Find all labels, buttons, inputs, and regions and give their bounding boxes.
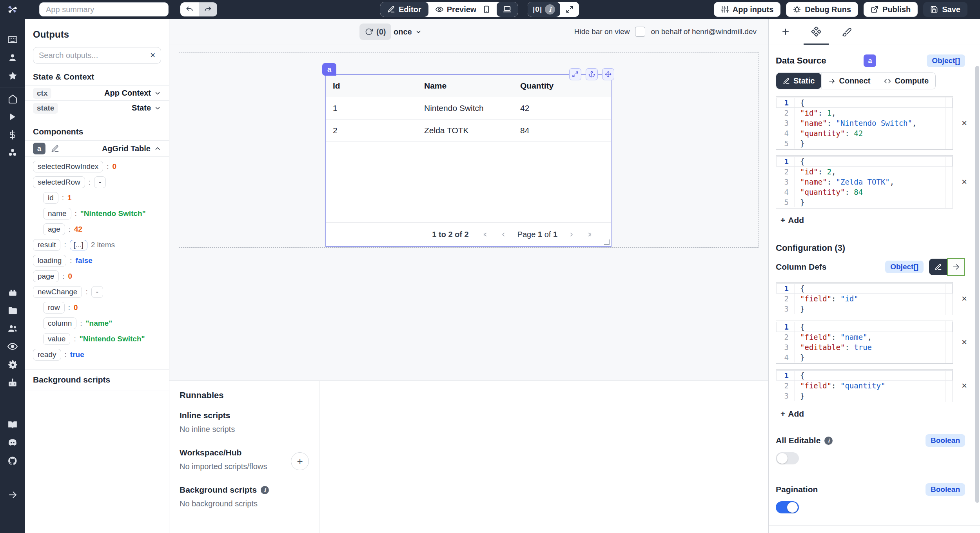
undo-button[interactable] [180,2,199,16]
cell-quantity[interactable]: 42 [520,103,611,113]
output-row-result[interactable]: result:[...]2 items [33,239,161,251]
sidebar-item-resources[interactable] [0,144,25,162]
json-editor-content[interactable]: 1{2"field": "id"3} [776,282,953,315]
add-background-script-button[interactable]: + [291,452,309,470]
sidebar-item-audit[interactable] [0,337,25,355]
anchor-component-button[interactable] [586,68,598,80]
sidebar-item-schedules[interactable] [0,283,25,301]
preview-tab[interactable]: Preview [428,2,484,17]
refresh-button[interactable]: (0) [359,24,391,40]
editor-tab[interactable]: Editor [380,2,428,17]
cell-quantity[interactable]: 84 [520,126,611,135]
remove-entry-button[interactable]: × [962,380,967,391]
cell-name[interactable]: Nintendo Switch [424,103,520,113]
sidebar-item-discord[interactable] [0,434,25,452]
sidebar-item-settings[interactable] [0,355,25,373]
hide-bar-checkbox[interactable] [635,27,645,37]
output-row-selectedRowIndex[interactable]: selectedRowIndex:0 [33,161,161,172]
compute-tab[interactable]: Compute [877,73,935,89]
column-header-id[interactable]: Id [326,81,424,91]
column-header-name[interactable]: Name [424,81,520,91]
output-row-column[interactable]: column:"name" [33,317,161,329]
remove-entry-button[interactable]: × [962,118,967,129]
remove-entry-button[interactable]: × [962,176,967,187]
app-canvas[interactable]: a Id Name Quantity [169,45,768,381]
output-row-value[interactable]: value:"Nintendo Switch" [33,333,161,345]
table-row[interactable]: 1 Nintendo Switch 42 [326,97,611,120]
search-outputs-input[interactable] [39,51,150,60]
debug-runs-button[interactable]: Debug Runs [786,2,858,17]
sidebar-item-folders[interactable] [0,301,25,319]
sidebar-item-workers[interactable] [0,373,25,392]
component-outputs-header[interactable]: a AgGrid Table [25,140,169,157]
add-column-def-button[interactable]: +Add [780,409,804,419]
last-page-button[interactable] [585,231,593,238]
first-page-button[interactable] [482,231,490,238]
component-settings-tab[interactable] [807,19,825,45]
styling-tab[interactable] [838,19,856,45]
hide-panels-button[interactable]: |0| i [528,2,560,17]
mobile-view-button[interactable] [476,2,497,17]
json-editor-content[interactable]: 1{2"field": "quantity"3} [776,369,953,402]
sidebar-item-variables[interactable] [0,126,25,144]
static-tab[interactable]: Static [776,73,821,89]
sidebar-item-apps[interactable] [0,31,25,49]
sidebar-collapse-button[interactable] [0,486,25,504]
next-page-button[interactable] [568,231,575,238]
publish-button[interactable]: Publish [864,2,918,17]
move-component-button[interactable] [602,68,614,80]
json-editor-content[interactable]: 1{2"id": 1,3"name": "Nintendo Switch",4"… [776,96,953,150]
connect-tab[interactable]: Connect [821,73,877,89]
save-button[interactable]: Save [923,2,967,17]
output-row-name[interactable]: name:"Nintendo Switch" [33,208,161,219]
output-row-row[interactable]: row:0 [33,302,161,314]
json-editor-content[interactable]: 1{2"field": "name",3"editable": true4} [776,321,953,364]
chevron-down-icon[interactable] [154,90,161,97]
desktop-view-button[interactable] [497,2,518,17]
output-row-newChange[interactable]: newChange:- [33,286,161,298]
fullscreen-button[interactable] [560,2,579,17]
cell-id[interactable]: 2 [326,126,424,135]
sidebar-item-runs[interactable] [0,108,25,126]
windmill-logo-icon[interactable] [0,4,25,15]
resize-handle[interactable] [604,239,610,245]
sidebar-item-docs[interactable] [0,416,25,434]
sidebar-item-groups[interactable] [0,319,25,337]
aggrid-table-component[interactable]: a Id Name Quantity [325,74,612,247]
chevron-up-icon[interactable] [154,145,161,152]
sidebar-item-github[interactable] [0,452,25,470]
app-summary-input[interactable] [39,2,169,16]
add-data-row-button[interactable]: +Add [780,216,804,225]
redo-button[interactable] [199,2,217,16]
output-row-page[interactable]: page:0 [33,270,161,282]
json-editor-content[interactable]: 1{2"id": 2,3"name": "Zelda TOTK",4"quant… [776,155,953,208]
sidebar-item-user[interactable] [0,49,25,67]
prev-page-button[interactable] [500,231,507,238]
pagination-toggle[interactable] [776,501,799,513]
output-row-loading[interactable]: loading:false [33,255,161,266]
output-row-ready[interactable]: ready:true [33,349,161,361]
scrollbar[interactable] [975,66,979,503]
clear-search-button[interactable]: × [150,51,155,60]
all-editable-toggle[interactable] [776,452,799,464]
cell-name[interactable]: Zelda TOTK [424,126,520,135]
ctx-row[interactable]: ctx App Context [25,85,169,100]
cell-id[interactable]: 1 [326,103,424,113]
expand-component-button[interactable] [569,68,581,80]
insert-component-tab[interactable] [777,19,795,45]
sidebar-item-favorites[interactable] [0,67,25,85]
chevron-down-icon[interactable] [154,105,161,112]
remove-entry-button[interactable]: × [962,337,967,348]
output-row-id[interactable]: id:1 [33,192,161,204]
edit-static-button[interactable] [929,259,947,275]
remove-entry-button[interactable]: × [962,293,967,304]
sidebar-item-home[interactable] [0,90,25,108]
output-row-selectedRow[interactable]: selectedRow:- [33,176,161,188]
state-row[interactable]: state State [25,100,169,115]
output-row-age[interactable]: age:42 [33,223,161,235]
table-row[interactable]: 2 Zelda TOTK 84 [326,120,611,142]
pencil-icon[interactable] [51,145,59,153]
column-header-quantity[interactable]: Quantity [520,81,611,91]
connect-arrow-button[interactable] [947,258,965,276]
run-mode-dropdown[interactable]: once [394,27,422,36]
